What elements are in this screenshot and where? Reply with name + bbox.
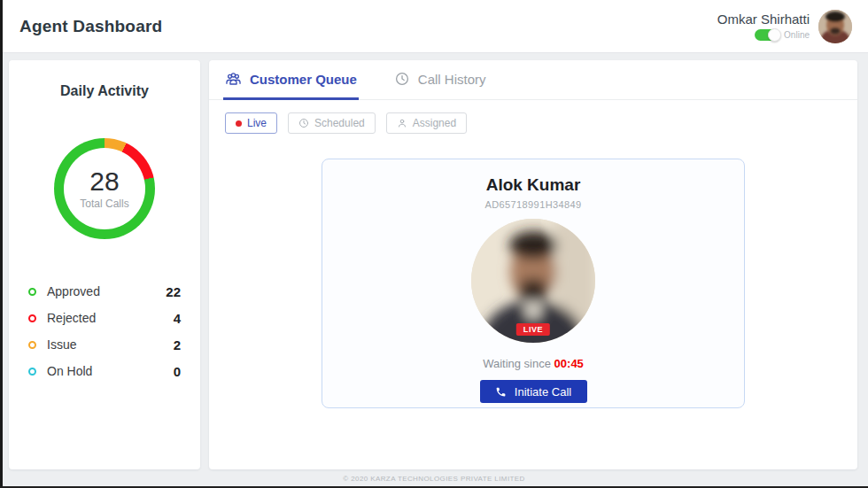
legend-row-issue: Issue 2 <box>28 331 181 358</box>
online-status-label: Online <box>784 30 810 40</box>
total-calls-donut-chart: 28 Total Calls <box>54 138 155 239</box>
donut-center: 28 Total Calls <box>64 148 145 229</box>
app-header: Agent Dashboard Omkar Shirhatti Online <box>0 0 868 53</box>
legend-value: 4 <box>174 311 181 326</box>
tab-call-history[interactable]: Call History <box>392 60 488 100</box>
live-badge: LIVE <box>516 323 550 336</box>
agent-name: Omkar Shirhatti <box>717 12 810 27</box>
legend-value: 22 <box>166 284 181 299</box>
group-icon <box>225 71 242 88</box>
tab-label: Customer Queue <box>250 72 357 87</box>
legend-value: 0 <box>174 364 181 379</box>
header-user-area: Omkar Shirhatti Online <box>717 10 852 43</box>
waiting-since-row: Waiting since 00:45 <box>322 357 744 370</box>
legend-row-approved: Approved 22 <box>28 278 181 305</box>
filter-scheduled[interactable]: Scheduled <box>288 112 376 134</box>
agent-dashboard-page: Agent Dashboard Omkar Shirhatti Online <box>0 0 868 488</box>
daily-activity-title: Daily Activity <box>9 83 200 99</box>
issue-ring-icon <box>28 341 36 349</box>
history-icon <box>394 71 410 87</box>
copyright-text: © 2020 KARZA TECHNOLOGIES PRIVATE LIMITE… <box>0 475 868 483</box>
tabs-row: Customer Queue Call History <box>209 60 857 100</box>
legend-value: 2 <box>174 337 181 352</box>
legend-label: Rejected <box>47 311 174 325</box>
page-title: Agent Dashboard <box>19 17 162 36</box>
customer-id: AD65718991H34849 <box>322 199 744 210</box>
legend-label: Issue <box>47 337 174 352</box>
rejected-ring-icon <box>28 314 36 322</box>
total-calls-label: Total Calls <box>80 198 128 210</box>
daily-activity-card: Daily Activity 28 Total Calls Approved 2… <box>9 60 200 469</box>
queue-filters: Live Scheduled Assigned <box>209 100 857 134</box>
filter-live[interactable]: Live <box>225 112 277 134</box>
waiting-timer: 00:45 <box>554 357 584 370</box>
initiate-call-label: Initiate Call <box>515 385 571 399</box>
person-icon <box>397 118 407 128</box>
agent-avatar-image <box>818 10 852 43</box>
legend-row-on-hold: On Hold 0 <box>28 358 181 384</box>
user-meta: Omkar Shirhatti Online <box>717 12 810 41</box>
red-dot-icon <box>236 120 242 127</box>
waiting-since-label: Waiting since <box>483 357 551 370</box>
legend-row-rejected: Rejected 4 <box>28 305 181 331</box>
tab-customer-queue[interactable]: Customer Queue <box>223 60 359 100</box>
filter-label: Scheduled <box>314 117 365 129</box>
filter-label: Assigned <box>413 117 456 129</box>
filter-label: Live <box>247 117 267 129</box>
total-calls-value: 28 <box>89 167 119 196</box>
agent-avatar[interactable] <box>818 10 852 43</box>
toggle-knob <box>768 28 781 42</box>
customer-queue-card: Alok Kumar AD65718991H34849 <box>322 159 745 408</box>
customer-avatar: LIVE <box>471 219 595 343</box>
activity-legend: Approved 22 Rejected 4 Issue 2 On Hold 0 <box>9 278 200 384</box>
legend-label: Approved <box>47 284 166 298</box>
phone-icon <box>495 386 507 398</box>
tab-label: Call History <box>418 72 486 87</box>
on-hold-ring-icon <box>28 368 36 376</box>
filter-assigned[interactable]: Assigned <box>386 112 467 134</box>
frame-edge-left <box>0 0 3 488</box>
customer-name: Alok Kumar <box>322 175 744 195</box>
approved-ring-icon <box>28 288 36 296</box>
clock-icon <box>298 118 309 128</box>
main-panel: Customer Queue Call History Live Schedul… <box>209 60 857 469</box>
legend-label: On Hold <box>47 364 174 378</box>
online-status-row: Online <box>755 29 810 41</box>
online-toggle[interactable] <box>755 29 779 41</box>
initiate-call-button[interactable]: Initiate Call <box>480 380 587 403</box>
